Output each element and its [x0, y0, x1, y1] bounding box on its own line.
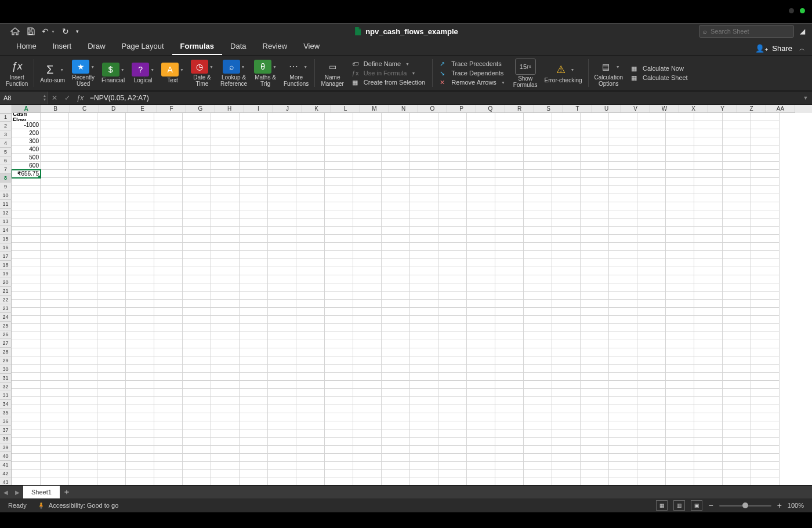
cell-T5[interactable] — [552, 145, 581, 154]
cell-G16[interactable] — [183, 235, 211, 243]
cell-U29[interactable] — [581, 340, 609, 348]
cell-I7[interactable] — [240, 162, 268, 170]
cell-I26[interactable] — [240, 316, 268, 324]
cell-A31[interactable] — [12, 356, 41, 365]
cell-H37[interactable] — [211, 405, 240, 413]
cell-P46[interactable] — [438, 478, 467, 485]
cell-P34[interactable] — [438, 381, 467, 389]
cell-J18[interactable] — [268, 251, 296, 259]
cell-S18[interactable] — [524, 251, 552, 259]
cell-G1[interactable] — [183, 113, 211, 121]
cell-H42[interactable] — [211, 446, 240, 454]
row-header-5[interactable]: 5 — [0, 148, 12, 156]
cell-O17[interactable] — [410, 243, 438, 251]
cell-B36[interactable] — [41, 397, 69, 405]
cell-A3[interactable]: 200 — [12, 129, 41, 137]
cell-M9[interactable] — [353, 178, 382, 186]
cell-E37[interactable] — [126, 405, 154, 413]
cell-W32[interactable] — [637, 365, 666, 373]
cell-T10[interactable] — [552, 186, 581, 194]
cell-P27[interactable] — [438, 324, 467, 332]
cell-AA21[interactable] — [751, 275, 780, 283]
cell-X22[interactable] — [666, 283, 694, 292]
cell-G7[interactable] — [183, 162, 211, 170]
cell-V39[interactable] — [609, 421, 637, 429]
cell-C2[interactable] — [69, 121, 97, 129]
cell-L27[interactable] — [325, 324, 353, 332]
cell-S46[interactable] — [524, 478, 552, 485]
cell-B3[interactable] — [41, 129, 69, 137]
cell-AA5[interactable] — [751, 145, 780, 154]
cell-I28[interactable] — [240, 332, 268, 340]
cell-K40[interactable] — [296, 429, 325, 438]
cell-J32[interactable] — [268, 365, 296, 373]
cell-U4[interactable] — [581, 137, 609, 145]
cell-C13[interactable] — [69, 210, 97, 219]
home-icon[interactable] — [7, 27, 23, 35]
cell-S44[interactable] — [524, 462, 552, 470]
cell-A39[interactable] — [12, 421, 41, 429]
cell-S5[interactable] — [524, 145, 552, 154]
cell-H4[interactable] — [211, 137, 240, 145]
cell-I10[interactable] — [240, 186, 268, 194]
save-icon[interactable] — [23, 27, 38, 35]
cell-L34[interactable] — [325, 381, 353, 389]
cell-U21[interactable] — [581, 275, 609, 283]
cell-N9[interactable] — [382, 178, 410, 186]
cell-H28[interactable] — [211, 332, 240, 340]
cell-P38[interactable] — [438, 413, 467, 421]
cell-Q14[interactable] — [467, 219, 495, 227]
cell-U20[interactable] — [581, 267, 609, 275]
cell-R27[interactable] — [495, 324, 524, 332]
cell-W6[interactable] — [637, 154, 666, 162]
cell-I23[interactable] — [240, 292, 268, 300]
cell-Y29[interactable] — [694, 340, 723, 348]
cell-D12[interactable] — [97, 202, 126, 210]
cell-H21[interactable] — [211, 275, 240, 283]
cell-B35[interactable] — [41, 389, 69, 397]
cell-M37[interactable] — [353, 405, 382, 413]
cell-N19[interactable] — [382, 259, 410, 267]
cell-K17[interactable] — [296, 243, 325, 251]
cell-V14[interactable] — [609, 219, 637, 227]
cell-T2[interactable] — [552, 121, 581, 129]
cell-E36[interactable] — [126, 397, 154, 405]
cell-E29[interactable] — [126, 340, 154, 348]
cell-L3[interactable] — [325, 129, 353, 137]
cell-F3[interactable] — [154, 129, 183, 137]
cell-Z17[interactable] — [723, 243, 751, 251]
cell-I13[interactable] — [240, 210, 268, 219]
cell-W28[interactable] — [637, 332, 666, 340]
cell-O10[interactable] — [410, 186, 438, 194]
cell-P4[interactable] — [438, 137, 467, 145]
cell-V5[interactable] — [609, 145, 637, 154]
column-header-C[interactable]: C — [70, 105, 99, 113]
column-header-L[interactable]: L — [331, 105, 360, 113]
zoom-slider[interactable] — [719, 505, 771, 507]
cell-U41[interactable] — [581, 438, 609, 446]
cell-X5[interactable] — [666, 145, 694, 154]
cell-F43[interactable] — [154, 454, 183, 462]
cell-J43[interactable] — [268, 454, 296, 462]
cell-A26[interactable] — [12, 316, 41, 324]
cell-B39[interactable] — [41, 421, 69, 429]
row-header-14[interactable]: 14 — [0, 226, 12, 235]
cell-T13[interactable] — [552, 210, 581, 219]
cell-S22[interactable] — [524, 283, 552, 292]
cell-P16[interactable] — [438, 235, 467, 243]
cell-D28[interactable] — [97, 332, 126, 340]
cell-N18[interactable] — [382, 251, 410, 259]
cell-V11[interactable] — [609, 194, 637, 202]
cell-A24[interactable] — [12, 300, 41, 308]
cell-I31[interactable] — [240, 356, 268, 365]
cell-I22[interactable] — [240, 283, 268, 292]
cell-A33[interactable] — [12, 373, 41, 381]
create-from-selection-button[interactable]: ▦Create from Selection — [352, 79, 425, 86]
cell-C43[interactable] — [69, 454, 97, 462]
cell-H46[interactable] — [211, 478, 240, 485]
cell-Q40[interactable] — [467, 429, 495, 438]
cell-R9[interactable] — [495, 178, 524, 186]
cell-A2[interactable]: -1000 — [12, 121, 41, 129]
cell-P32[interactable] — [438, 365, 467, 373]
cell-J7[interactable] — [268, 162, 296, 170]
